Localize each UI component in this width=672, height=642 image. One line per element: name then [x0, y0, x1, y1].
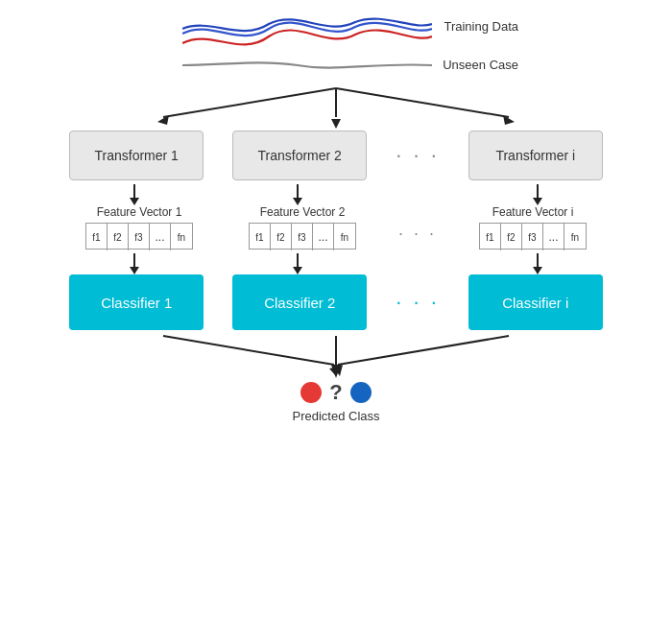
feature-vector-row: Feature Vector 1 f1 f2 f3 ... fn Feature…: [0, 205, 672, 250]
transformer-2-box: Transformer 2: [232, 131, 367, 180]
arrow-t1: [67, 184, 202, 205]
arrow-fv2: [230, 253, 365, 274]
classifier-2-label: Classifier 2: [264, 295, 335, 311]
fv-arrows: [0, 253, 672, 274]
predicted-class-label: Predicted Class: [292, 409, 379, 423]
unseen-case-label: Unseen Case: [443, 58, 518, 72]
svg-marker-17: [533, 267, 542, 274]
transformer-2-label: Transformer 2: [258, 148, 342, 163]
svg-line-22: [338, 336, 509, 365]
predicted-dots-row: ?: [300, 380, 371, 405]
fvi-f2: f2: [501, 224, 522, 250]
question-mark: ?: [329, 380, 342, 405]
feature-vector-i-section: Feature Vector i f1 f2 f3 ... fn: [466, 205, 600, 250]
fvi-dots: ...: [543, 224, 564, 250]
spread-arrows-svg: [67, 88, 605, 129]
transformer-1-box: Transformer 1: [69, 131, 204, 180]
classifier-2-box: Classifier 2: [232, 274, 367, 330]
svg-line-4: [336, 88, 509, 117]
transformer-arrows: [0, 184, 672, 205]
fv2-f1: f1: [250, 224, 271, 250]
converge-arrows-svg: [67, 336, 605, 378]
fv1-f2: f2: [108, 224, 129, 250]
predicted-class-section: ? Predicted Class: [292, 380, 379, 423]
fv2-dots: ...: [313, 224, 334, 250]
classifier-1-box: Classifier 1: [69, 274, 204, 330]
fv1-f1: f1: [86, 224, 108, 250]
fv2-vector: f1 f2 f3 ... fn: [249, 223, 356, 250]
main-diagram: Training Data Unseen Case Transformer 1 …: [0, 0, 672, 642]
svg-marker-9: [293, 198, 302, 205]
transformer-dots: · · ·: [396, 143, 440, 168]
fv1-f3: f3: [129, 224, 150, 250]
svg-marker-11: [533, 198, 542, 205]
fvi-vector: f1 f2 f3 ... fn: [479, 223, 587, 250]
classifier-dots: · · ·: [396, 290, 440, 315]
transformer-i-box: Transformer i: [468, 131, 603, 180]
arrow-t2: [230, 184, 365, 205]
feature-vector-1-section: Feature Vector 1 f1 f2 f3 ... fn: [72, 205, 206, 250]
converge-arrows: [67, 336, 605, 378]
fv1-vector: f1 f2 f3 ... fn: [85, 223, 193, 250]
transformer-1-label: Transformer 1: [95, 148, 179, 163]
fv2-label: Feature Vector 2: [260, 205, 346, 219]
red-dot: [300, 382, 322, 403]
classifier-1-label: Classifier 1: [101, 295, 172, 311]
fvi-f3: f3: [522, 224, 543, 250]
fvi-f1: f1: [480, 224, 501, 250]
fv2-fn: fn: [334, 224, 355, 250]
svg-line-18: [163, 336, 334, 365]
transformer-row: Transformer 1 Transformer 2 · · · Transf…: [0, 131, 672, 180]
classifier-i-box: Classifier i: [468, 274, 603, 330]
fv2-f2: f2: [271, 224, 292, 250]
arrow-fvi: [470, 253, 605, 274]
feature-vector-2-section: Feature Vector 2 f1 f2 f3 ... fn: [235, 205, 370, 250]
fv-dots-separator: · · ·: [398, 224, 437, 244]
fvi-fn: fn: [564, 224, 586, 250]
training-data-label: Training Data: [444, 19, 518, 34]
fv1-fn: fn: [171, 224, 192, 250]
fv1-label: Feature Vector 1: [97, 205, 182, 219]
svg-marker-13: [130, 267, 139, 274]
svg-marker-15: [293, 267, 302, 274]
svg-marker-7: [130, 198, 139, 205]
top-arrows: [67, 88, 605, 129]
fv1-dots: ...: [150, 224, 171, 250]
svg-marker-3: [331, 119, 341, 129]
wavy-lines: [182, 10, 432, 82]
transformer-i-label: Transformer i: [495, 148, 575, 163]
classifier-i-label: Classifier i: [502, 295, 568, 311]
svg-line-0: [163, 88, 336, 117]
arrow-ti: [470, 184, 605, 205]
fv2-f3: f3: [292, 224, 313, 250]
top-section: Training Data Unseen Case: [0, 10, 672, 86]
fvi-label: Feature Vector i: [492, 205, 574, 219]
arrow-fv1: [67, 253, 202, 274]
classifier-row: Classifier 1 Classifier 2 · · · Classifi…: [0, 274, 672, 330]
blue-dot: [350, 382, 372, 403]
